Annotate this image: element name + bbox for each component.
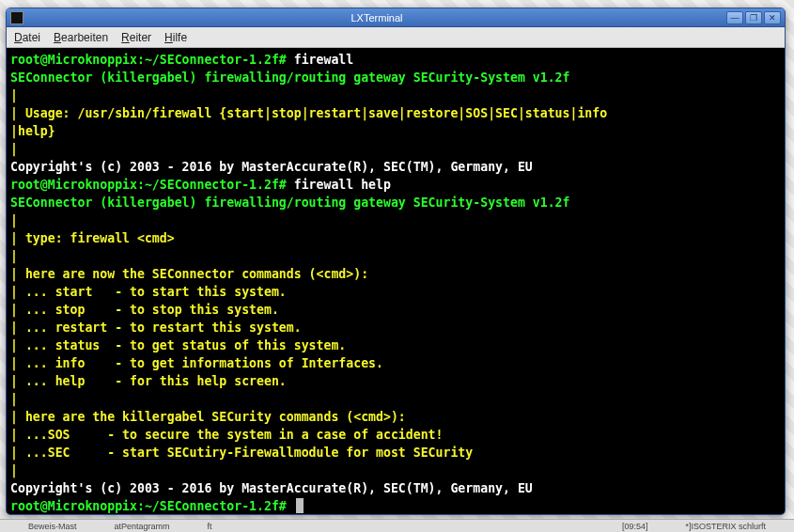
titlebar-left: LXTerminal bbox=[10, 11, 726, 24]
minimize-button[interactable]: — bbox=[726, 11, 743, 24]
output-line: | bbox=[10, 213, 18, 227]
close-button[interactable]: ✕ bbox=[764, 11, 781, 24]
menu-datei[interactable]: Datei bbox=[14, 31, 40, 44]
menu-bearbeiten[interactable]: Bearbeiten bbox=[54, 31, 108, 44]
menu-reiter[interactable]: Reiter bbox=[121, 31, 151, 44]
terminal-window: LXTerminal — ❐ ✕ Datei Bearbeiten Reiter… bbox=[6, 8, 786, 515]
command: firewall help bbox=[287, 178, 391, 192]
menubar: Datei Bearbeiten Reiter Hilfe bbox=[7, 27, 785, 48]
taskbar-item[interactable]: ft bbox=[208, 522, 212, 531]
command: firewall bbox=[287, 53, 353, 67]
prompt: root@Microknoppix:~/SEConnector-1.2f# bbox=[10, 53, 287, 67]
output-line: Copyright's (c) 2003 - 2016 by MasterAcc… bbox=[10, 481, 533, 495]
window-title: LXTerminal bbox=[27, 12, 726, 23]
output-line: | bbox=[10, 463, 18, 477]
output-line: | ... info - to get informations of Inte… bbox=[10, 356, 383, 370]
output-line: |help} bbox=[10, 124, 55, 138]
terminal-app-icon bbox=[10, 11, 23, 24]
window-titlebar[interactable]: LXTerminal — ❐ ✕ bbox=[7, 8, 785, 27]
output-line: | ...SOS - to secure the system in a cas… bbox=[10, 428, 444, 442]
output-line: | ... start - to start this system. bbox=[10, 285, 287, 299]
taskbar-clock: [09:54] bbox=[622, 522, 648, 531]
prompt: root@Microknoppix:~/SEConnector-1.2f# bbox=[10, 499, 294, 513]
taskbar-item[interactable]: atPentagramm bbox=[115, 522, 170, 531]
output-line: | bbox=[10, 249, 18, 263]
output-line: SEConnector (killergabel) firewalling/ro… bbox=[10, 70, 569, 85]
output-line: | here are the killergabel SECurity comm… bbox=[10, 410, 406, 424]
output-line: | ... help - for this help screen. bbox=[10, 374, 287, 388]
taskbar-item[interactable]: Beweis-Mast bbox=[28, 522, 77, 531]
desktop-taskbar[interactable]: Beweis-Mast atPentagramm ft [09:54] *]IS… bbox=[0, 519, 794, 532]
output-line: | type: firewall <cmd> bbox=[10, 231, 175, 245]
output-line: | bbox=[10, 392, 18, 406]
terminal-cursor bbox=[296, 498, 304, 513]
output-line: | here are now the SEConnector commands … bbox=[10, 267, 368, 281]
output-line: | ... status - to get status of this sys… bbox=[10, 338, 346, 352]
maximize-button[interactable]: ❐ bbox=[745, 11, 762, 24]
prompt: root@Microknoppix:~/SEConnector-1.2f# bbox=[10, 178, 287, 192]
terminal-output[interactable]: root@Microknoppix:~/SEConnector-1.2f# fi… bbox=[7, 48, 785, 514]
output-line: | bbox=[10, 88, 18, 102]
output-line: | ... restart - to restart this system. bbox=[10, 321, 302, 335]
output-line: | ... stop - to stop this system. bbox=[10, 303, 279, 317]
output-line: | Usage: /usr/sbin/firewall {start|stop|… bbox=[10, 106, 607, 120]
output-line: Copyright's (c) 2003 - 2016 by MasterAcc… bbox=[10, 160, 533, 174]
output-line: SEConnector (killergabel) firewalling/ro… bbox=[10, 196, 569, 210]
taskbar-tray: *]ISOSTERIX schlurft bbox=[685, 522, 766, 531]
window-control-buttons: — ❐ ✕ bbox=[726, 11, 781, 24]
output-line: | ...SEC - start SECutiry-Firewallmodule… bbox=[10, 446, 473, 460]
output-line: | bbox=[10, 142, 18, 156]
menu-hilfe[interactable]: Hilfe bbox=[164, 31, 187, 44]
